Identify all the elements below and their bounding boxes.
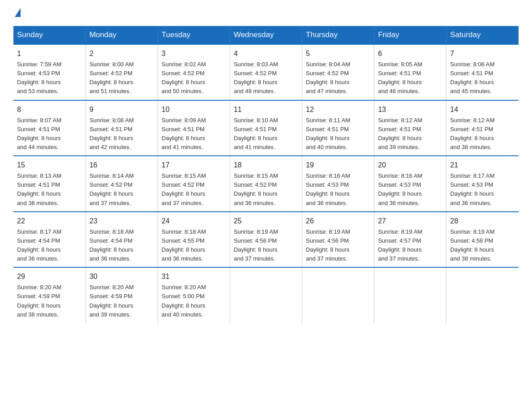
day-info: Sunrise: 8:19 AMSunset: 4:58 PMDaylight:… xyxy=(450,227,515,264)
day-number: 22 xyxy=(17,216,82,227)
calendar-cell xyxy=(374,267,446,323)
day-number: 29 xyxy=(17,271,82,282)
day-number: 1 xyxy=(17,48,82,59)
day-number: 23 xyxy=(90,216,154,227)
logo xyxy=(13,9,21,18)
calendar-cell: 28Sunrise: 8:19 AMSunset: 4:58 PMDayligh… xyxy=(446,212,519,268)
day-number: 14 xyxy=(450,104,515,115)
day-info: Sunrise: 8:08 AMSunset: 4:51 PMDaylight:… xyxy=(90,116,154,152)
day-number: 6 xyxy=(378,48,442,59)
day-number: 20 xyxy=(378,160,442,171)
day-of-week-header: Monday xyxy=(86,26,158,44)
calendar-cell: 11Sunrise: 8:10 AMSunset: 4:51 PMDayligh… xyxy=(230,100,302,156)
day-info: Sunrise: 8:19 AMSunset: 4:56 PMDaylight:… xyxy=(306,227,370,264)
calendar-cell: 5Sunrise: 8:04 AMSunset: 4:52 PMDaylight… xyxy=(302,44,374,100)
calendar-cell: 1Sunrise: 7:59 AMSunset: 4:53 PMDaylight… xyxy=(13,44,86,100)
logo-triangle-icon xyxy=(15,8,21,17)
day-info: Sunrise: 8:19 AMSunset: 4:56 PMDaylight:… xyxy=(234,227,298,264)
day-info: Sunrise: 8:05 AMSunset: 4:51 PMDaylight:… xyxy=(378,60,442,96)
day-info: Sunrise: 8:11 AMSunset: 4:51 PMDaylight:… xyxy=(306,116,370,152)
day-number: 28 xyxy=(450,216,515,227)
day-of-week-header: Wednesday xyxy=(230,26,302,44)
day-number: 12 xyxy=(306,104,370,115)
day-number: 2 xyxy=(90,48,154,59)
day-info: Sunrise: 8:18 AMSunset: 4:54 PMDaylight:… xyxy=(90,227,154,264)
calendar-cell xyxy=(446,267,519,323)
calendar-cell: 20Sunrise: 8:16 AMSunset: 4:53 PMDayligh… xyxy=(374,156,446,212)
day-number: 7 xyxy=(450,48,515,59)
calendar-cell: 18Sunrise: 8:15 AMSunset: 4:52 PMDayligh… xyxy=(230,156,302,212)
calendar-cell: 31Sunrise: 8:20 AMSunset: 5:00 PMDayligh… xyxy=(158,267,230,323)
day-info: Sunrise: 8:00 AMSunset: 4:52 PMDaylight:… xyxy=(90,60,154,96)
day-info: Sunrise: 8:12 AMSunset: 4:51 PMDaylight:… xyxy=(378,116,442,152)
calendar-cell: 22Sunrise: 8:17 AMSunset: 4:54 PMDayligh… xyxy=(13,212,86,268)
calendar-week-row: 8Sunrise: 8:07 AMSunset: 4:51 PMDaylight… xyxy=(13,100,519,156)
day-number: 30 xyxy=(90,271,154,282)
day-number: 19 xyxy=(306,160,370,171)
calendar-cell: 19Sunrise: 8:16 AMSunset: 4:53 PMDayligh… xyxy=(302,156,374,212)
day-info: Sunrise: 8:16 AMSunset: 4:53 PMDaylight:… xyxy=(306,171,370,208)
calendar-cell: 13Sunrise: 8:12 AMSunset: 4:51 PMDayligh… xyxy=(374,100,446,156)
day-info: Sunrise: 8:15 AMSunset: 4:52 PMDaylight:… xyxy=(234,171,298,208)
day-number: 3 xyxy=(162,48,226,59)
day-of-week-header: Friday xyxy=(374,26,446,44)
day-info: Sunrise: 8:17 AMSunset: 4:53 PMDaylight:… xyxy=(450,171,515,208)
calendar-week-row: 22Sunrise: 8:17 AMSunset: 4:54 PMDayligh… xyxy=(13,212,519,268)
calendar-cell: 15Sunrise: 8:13 AMSunset: 4:51 PMDayligh… xyxy=(13,156,86,212)
day-of-week-header: Sunday xyxy=(13,26,86,44)
calendar-cell: 3Sunrise: 8:02 AMSunset: 4:52 PMDaylight… xyxy=(158,44,230,100)
calendar-cell: 16Sunrise: 8:14 AMSunset: 4:52 PMDayligh… xyxy=(86,156,158,212)
calendar-cell: 17Sunrise: 8:15 AMSunset: 4:52 PMDayligh… xyxy=(158,156,230,212)
day-number: 10 xyxy=(162,104,226,115)
page-header xyxy=(13,9,519,18)
calendar-week-row: 15Sunrise: 8:13 AMSunset: 4:51 PMDayligh… xyxy=(13,156,519,212)
day-number: 16 xyxy=(90,160,154,171)
day-info: Sunrise: 8:07 AMSunset: 4:51 PMDaylight:… xyxy=(17,116,82,152)
day-of-week-header: Thursday xyxy=(302,26,374,44)
day-number: 8 xyxy=(17,104,82,115)
calendar-week-row: 29Sunrise: 8:20 AMSunset: 4:59 PMDayligh… xyxy=(13,267,519,323)
day-number: 26 xyxy=(306,216,370,227)
day-info: Sunrise: 8:14 AMSunset: 4:52 PMDaylight:… xyxy=(90,171,154,208)
day-info: Sunrise: 8:10 AMSunset: 4:51 PMDaylight:… xyxy=(234,116,298,152)
calendar-cell xyxy=(302,267,374,323)
calendar-cell: 14Sunrise: 8:12 AMSunset: 4:51 PMDayligh… xyxy=(446,100,519,156)
day-of-week-header: Saturday xyxy=(446,26,519,44)
calendar-cell: 6Sunrise: 8:05 AMSunset: 4:51 PMDaylight… xyxy=(374,44,446,100)
calendar-cell: 21Sunrise: 8:17 AMSunset: 4:53 PMDayligh… xyxy=(446,156,519,212)
calendar-week-row: 1Sunrise: 7:59 AMSunset: 4:53 PMDaylight… xyxy=(13,44,519,100)
day-number: 27 xyxy=(378,216,442,227)
day-number: 31 xyxy=(162,271,226,282)
calendar-cell: 7Sunrise: 8:06 AMSunset: 4:51 PMDaylight… xyxy=(446,44,519,100)
calendar-cell: 25Sunrise: 8:19 AMSunset: 4:56 PMDayligh… xyxy=(230,212,302,268)
day-info: Sunrise: 8:18 AMSunset: 4:55 PMDaylight:… xyxy=(162,227,226,264)
day-info: Sunrise: 8:03 AMSunset: 4:52 PMDaylight:… xyxy=(234,60,298,96)
calendar-cell: 30Sunrise: 8:20 AMSunset: 4:59 PMDayligh… xyxy=(86,267,158,323)
calendar-cell: 23Sunrise: 8:18 AMSunset: 4:54 PMDayligh… xyxy=(86,212,158,268)
day-info: Sunrise: 8:20 AMSunset: 5:00 PMDaylight:… xyxy=(162,283,226,319)
calendar-header-row: SundayMondayTuesdayWednesdayThursdayFrid… xyxy=(13,26,519,44)
day-info: Sunrise: 8:12 AMSunset: 4:51 PMDaylight:… xyxy=(450,116,515,152)
day-number: 4 xyxy=(234,48,298,59)
calendar-cell: 24Sunrise: 8:18 AMSunset: 4:55 PMDayligh… xyxy=(158,212,230,268)
day-number: 13 xyxy=(378,104,442,115)
day-number: 21 xyxy=(450,160,515,171)
calendar-cell: 29Sunrise: 8:20 AMSunset: 4:59 PMDayligh… xyxy=(13,267,86,323)
calendar-cell: 10Sunrise: 8:09 AMSunset: 4:51 PMDayligh… xyxy=(158,100,230,156)
calendar-cell: 4Sunrise: 8:03 AMSunset: 4:52 PMDaylight… xyxy=(230,44,302,100)
day-info: Sunrise: 7:59 AMSunset: 4:53 PMDaylight:… xyxy=(17,60,82,96)
calendar-cell: 12Sunrise: 8:11 AMSunset: 4:51 PMDayligh… xyxy=(302,100,374,156)
day-number: 17 xyxy=(162,160,226,171)
day-info: Sunrise: 8:13 AMSunset: 4:51 PMDaylight:… xyxy=(17,171,82,208)
calendar-cell xyxy=(230,267,302,323)
day-number: 5 xyxy=(306,48,370,59)
calendar-cell: 27Sunrise: 8:19 AMSunset: 4:57 PMDayligh… xyxy=(374,212,446,268)
day-info: Sunrise: 8:09 AMSunset: 4:51 PMDaylight:… xyxy=(162,116,226,152)
calendar-cell: 9Sunrise: 8:08 AMSunset: 4:51 PMDaylight… xyxy=(86,100,158,156)
day-info: Sunrise: 8:17 AMSunset: 4:54 PMDaylight:… xyxy=(17,227,82,264)
calendar-cell: 2Sunrise: 8:00 AMSunset: 4:52 PMDaylight… xyxy=(86,44,158,100)
day-info: Sunrise: 8:20 AMSunset: 4:59 PMDaylight:… xyxy=(90,283,154,319)
day-number: 9 xyxy=(90,104,154,115)
day-info: Sunrise: 8:20 AMSunset: 4:59 PMDaylight:… xyxy=(17,283,82,319)
calendar-cell: 8Sunrise: 8:07 AMSunset: 4:51 PMDaylight… xyxy=(13,100,86,156)
